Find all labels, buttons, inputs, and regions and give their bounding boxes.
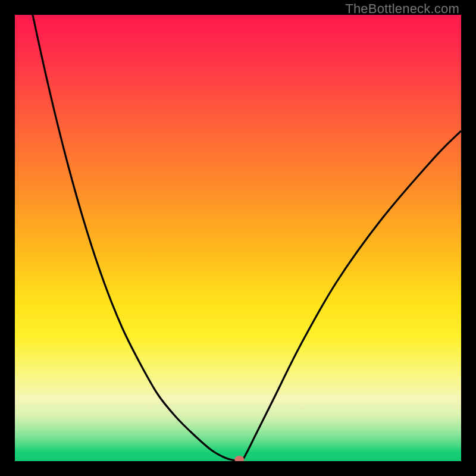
frame-left	[0, 0, 15, 476]
frame-bottom	[0, 461, 476, 476]
bottleneck-curve	[15, 15, 461, 461]
plot-area	[15, 15, 461, 461]
frame-right	[461, 0, 476, 476]
minimum-marker	[234, 456, 244, 461]
watermark: TheBottleneck.com	[345, 1, 459, 17]
curve-path	[15, 15, 461, 461]
